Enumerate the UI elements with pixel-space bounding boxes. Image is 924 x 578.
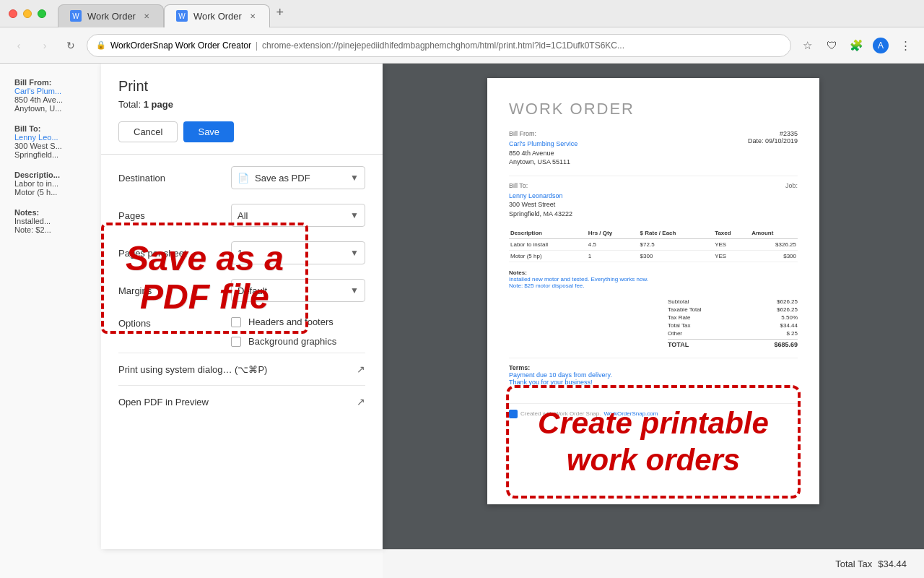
open-pdf-row[interactable]: Open PDF in Preview ↗ [118, 385, 365, 418]
cancel-button[interactable]: Cancel [118, 121, 178, 142]
background-graphics-checkbox[interactable] [231, 337, 241, 347]
row2-qty: 1 [587, 250, 639, 262]
destination-label: Destination [118, 173, 219, 184]
nav-bar: ‹ › ↻ 🔒 WorkOrderSnap Work Order Creator… [0, 27, 924, 64]
preview-order-number: #2335 [748, 130, 798, 137]
options-label: Options [118, 316, 219, 329]
row1-desc: Labor to install [509, 238, 587, 250]
lock-icon: 🔒 [96, 40, 106, 50]
save-button[interactable]: Save [183, 121, 234, 142]
print-total: Total: 1 page [118, 99, 365, 110]
print-body: Destination 📄 Save as PDF ▼ Pages All ▼ [101, 155, 383, 549]
star-button[interactable]: ☆ [797, 35, 817, 56]
preview-bill-from-label: Bill From: [509, 130, 748, 137]
tab-bar: W Work Order ✕ W Work Order ✕ + [58, 0, 915, 27]
pages-per-sheet-select[interactable]: 1 ▼ [231, 241, 365, 264]
col-taxed: Taxed [713, 228, 750, 239]
external-link-icon: ↗ [357, 363, 365, 375]
tab-2[interactable]: W Work Order ✕ [164, 4, 270, 27]
print-header: Print Total: 1 page Cancel Save [101, 64, 383, 155]
destination-select-value: 📄 Save as PDF [237, 173, 310, 184]
maximize-button[interactable] [38, 9, 46, 18]
total-value: 1 page [144, 99, 173, 110]
url-separator: | [256, 40, 258, 51]
bottom-tax-value: $34.44 [878, 558, 907, 569]
margins-label: Margins [118, 285, 219, 296]
avatar-button[interactable]: A [871, 35, 891, 56]
preview-notes-label: Notes: [509, 269, 798, 276]
destination-icon: 📄 [237, 173, 249, 184]
col-rate: $ Rate / Each [639, 228, 714, 239]
tab-1-label: Work Order [87, 11, 136, 22]
close-button[interactable] [9, 9, 17, 18]
pages-select[interactable]: All ▼ [231, 204, 365, 227]
headers-footers-label: Headers and footers [248, 316, 334, 327]
preview-bill-from-addr2: Anytown, USA 55111 [509, 158, 748, 167]
address-bar[interactable]: 🔒 WorkOrderSnap Work Order Creator | chr… [87, 34, 791, 57]
preview-notes: Notes: Installed new motor and tested. E… [509, 269, 798, 289]
back-button[interactable]: ‹ [9, 35, 29, 56]
preview-bill-to-label: Bill To: [509, 182, 785, 189]
preview-footer: Created with Work Order Snap. WorkOrderS… [509, 403, 798, 418]
destination-select[interactable]: 📄 Save as PDF ▼ [231, 166, 365, 189]
system-dialog-label: Print using system dialog… (⌥⌘P) [118, 364, 267, 375]
new-tab-button[interactable]: + [270, 3, 290, 23]
totals-total-tax: Total Tax $34.44 [668, 322, 798, 329]
pages-arrow-icon: ▼ [350, 210, 359, 220]
tab-2-close[interactable]: ✕ [248, 11, 258, 21]
pages-label: Pages [118, 210, 219, 221]
refresh-button[interactable]: ↻ [61, 35, 81, 56]
margins-value: Default [237, 285, 267, 296]
tab-1-icon: W [70, 10, 82, 22]
tab-1[interactable]: W Work Order ✕ [58, 4, 164, 27]
preview-items-table: Description Hrs / Qty $ Rate / Each Taxe… [509, 228, 798, 262]
forward-button[interactable]: › [35, 35, 55, 56]
preview-job-col: Job: [785, 182, 798, 219]
pps-arrow-icon: ▼ [350, 248, 359, 258]
row1-qty: 4.5 [587, 238, 639, 250]
margins-select[interactable]: Default ▼ [231, 279, 365, 302]
tab-2-icon: W [176, 10, 188, 22]
bottom-tax-label: Total Tax [835, 558, 872, 569]
tab-2-label: Work Order [193, 11, 242, 22]
destination-row: Destination 📄 Save as PDF ▼ [118, 166, 365, 189]
nav-right: ☆ 🛡 🧩 A ⋮ [797, 35, 915, 56]
pages-value: All [237, 210, 248, 221]
window-chrome: W Work Order ✕ W Work Order ✕ + ‹ › ↻ 🔒 … [0, 0, 924, 64]
open-pdf-icon: ↗ [357, 396, 365, 407]
traffic-lights [9, 9, 46, 18]
shield-button[interactable]: 🛡 [821, 35, 842, 56]
total-label: Total: [118, 99, 141, 110]
preview-totals: Subtotal $626.25 Taxable Total $626.25 T… [668, 298, 798, 349]
row1-rate: $72.5 [639, 238, 714, 250]
destination-value: Save as PDF [255, 173, 310, 184]
main-area: Bill From: Carl's Plum... 850 4th Ave...… [0, 64, 924, 578]
extensions-button[interactable]: 🧩 [846, 35, 866, 56]
url-site: WorkOrderSnap Work Order Creator [110, 40, 251, 51]
print-title: Print [118, 78, 365, 95]
headers-footers-checkbox[interactable] [231, 317, 241, 327]
col-amount: Amount [750, 228, 798, 239]
preview-terms: Terms: Payment due 10 days from delivery… [509, 358, 798, 386]
preview-panel: WORK ORDER Bill From: Carl's Plumbing Se… [383, 64, 924, 549]
headers-footers-row: Headers and footers [231, 316, 365, 327]
preview-bill-row-1: Bill From: Carl's Plumbing Service 850 4… [509, 130, 798, 167]
tab-1-close[interactable]: ✕ [141, 11, 152, 21]
preview-bill-to-name: Lenny Leonardson [509, 191, 785, 201]
preview-terms-label: Terms: [509, 364, 798, 371]
totals-taxable: Taxable Total $626.25 [668, 306, 798, 314]
preview-terms-line1: Payment due 10 days from delivery. [509, 371, 798, 379]
background-graphics-label: Background graphics [248, 336, 336, 347]
options-row: Options Headers and footers Background g… [118, 316, 365, 347]
bottom-status-bar: Total Tax $34.44 [383, 549, 924, 578]
preview-bill-to-addr2: Springfield, MA 43222 [509, 210, 785, 219]
menu-button[interactable]: ⋮ [895, 35, 915, 56]
open-pdf-label: Open PDF in Preview [118, 397, 209, 407]
system-dialog-row[interactable]: Print using system dialog… (⌥⌘P) ↗ [118, 353, 365, 385]
preview-bill-row-2: Bill To: Lenny Leonardson 300 West Stree… [509, 176, 798, 219]
row2-amount: $300 [750, 250, 798, 262]
preview-number-col: #2335 Date: 09/10/2019 [748, 130, 798, 167]
minimize-button[interactable] [23, 9, 32, 18]
preview-terms-line2: Thank you for your business! [509, 379, 798, 386]
col-qty: Hrs / Qty [587, 228, 639, 239]
